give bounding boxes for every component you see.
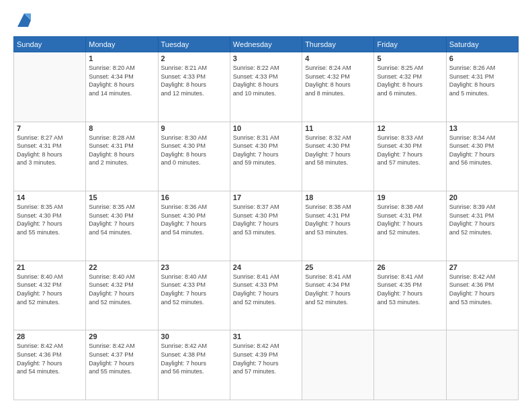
- day-info: Sunrise: 8:30 AMSunset: 4:30 PMDaylight:…: [161, 134, 227, 167]
- day-number: 31: [233, 332, 299, 340]
- day-info: Sunrise: 8:40 AMSunset: 4:32 PMDaylight:…: [89, 273, 154, 306]
- day-header-saturday: Saturday: [446, 37, 518, 52]
- day-info: Sunrise: 8:21 AMSunset: 4:33 PMDaylight:…: [161, 64, 227, 97]
- day-info: Sunrise: 8:27 AMSunset: 4:31 PMDaylight:…: [17, 134, 83, 167]
- day-info: Sunrise: 8:33 AMSunset: 4:30 PMDaylight:…: [377, 134, 443, 167]
- day-number: 21: [17, 263, 83, 271]
- logo: [13, 11, 34, 30]
- day-info: Sunrise: 8:38 AMSunset: 4:31 PMDaylight:…: [377, 203, 443, 236]
- week-row-3: 21Sunrise: 8:40 AMSunset: 4:32 PMDayligh…: [14, 261, 519, 330]
- day-info: Sunrise: 8:28 AMSunset: 4:31 PMDaylight:…: [89, 134, 154, 167]
- calendar-cell: 8Sunrise: 8:28 AMSunset: 4:31 PMDaylight…: [86, 122, 158, 191]
- day-number: 1: [89, 54, 154, 62]
- page: SundayMondayTuesdayWednesdayThursdayFrid…: [0, 0, 532, 411]
- calendar-cell: 14Sunrise: 8:35 AMSunset: 4:30 PMDayligh…: [14, 191, 86, 261]
- day-number: 4: [305, 54, 371, 62]
- calendar-cell: 30Sunrise: 8:42 AMSunset: 4:38 PMDayligh…: [158, 330, 230, 400]
- day-number: 25: [305, 263, 371, 271]
- day-header-monday: Monday: [86, 37, 158, 52]
- calendar-cell: 10Sunrise: 8:31 AMSunset: 4:30 PMDayligh…: [230, 122, 302, 191]
- day-info: Sunrise: 8:32 AMSunset: 4:30 PMDaylight:…: [305, 134, 371, 167]
- day-info: Sunrise: 8:20 AMSunset: 4:34 PMDaylight:…: [89, 64, 154, 97]
- day-number: 20: [449, 193, 515, 201]
- day-info: Sunrise: 8:26 AMSunset: 4:31 PMDaylight:…: [449, 64, 515, 97]
- day-number: 7: [17, 124, 83, 132]
- day-number: 12: [377, 124, 443, 132]
- calendar-cell: 11Sunrise: 8:32 AMSunset: 4:30 PMDayligh…: [302, 122, 374, 191]
- calendar-cell: 1Sunrise: 8:20 AMSunset: 4:34 PMDaylight…: [86, 52, 158, 122]
- calendar-cell: 16Sunrise: 8:36 AMSunset: 4:30 PMDayligh…: [158, 191, 230, 261]
- calendar-cell: 15Sunrise: 8:35 AMSunset: 4:30 PMDayligh…: [86, 191, 158, 261]
- day-info: Sunrise: 8:41 AMSunset: 4:34 PMDaylight:…: [305, 273, 371, 306]
- day-info: Sunrise: 8:38 AMSunset: 4:31 PMDaylight:…: [305, 203, 371, 236]
- day-info: Sunrise: 8:42 AMSunset: 4:38 PMDaylight:…: [161, 342, 227, 375]
- day-number: 14: [17, 193, 83, 201]
- day-info: Sunrise: 8:22 AMSunset: 4:33 PMDaylight:…: [233, 64, 299, 97]
- header-row: SundayMondayTuesdayWednesdayThursdayFrid…: [14, 37, 519, 52]
- day-number: 27: [449, 263, 515, 271]
- day-info: Sunrise: 8:42 AMSunset: 4:36 PMDaylight:…: [17, 342, 83, 375]
- day-info: Sunrise: 8:24 AMSunset: 4:32 PMDaylight:…: [305, 64, 371, 97]
- calendar-cell: 6Sunrise: 8:26 AMSunset: 4:31 PMDaylight…: [446, 52, 518, 122]
- calendar-cell: 20Sunrise: 8:39 AMSunset: 4:31 PMDayligh…: [446, 191, 518, 261]
- day-info: Sunrise: 8:41 AMSunset: 4:33 PMDaylight:…: [233, 273, 299, 306]
- day-number: 16: [161, 193, 227, 201]
- week-row-1: 7Sunrise: 8:27 AMSunset: 4:31 PMDaylight…: [14, 122, 519, 191]
- week-row-2: 14Sunrise: 8:35 AMSunset: 4:30 PMDayligh…: [14, 191, 519, 261]
- calendar-cell: 22Sunrise: 8:40 AMSunset: 4:32 PMDayligh…: [86, 261, 158, 330]
- calendar-cell: 27Sunrise: 8:42 AMSunset: 4:36 PMDayligh…: [446, 261, 518, 330]
- day-number: 3: [233, 54, 299, 62]
- day-info: Sunrise: 8:42 AMSunset: 4:39 PMDaylight:…: [233, 342, 299, 375]
- calendar-cell: [374, 330, 446, 400]
- day-number: 11: [305, 124, 371, 132]
- day-number: 6: [449, 54, 515, 62]
- day-number: 8: [89, 124, 154, 132]
- day-info: Sunrise: 8:35 AMSunset: 4:30 PMDaylight:…: [17, 203, 83, 236]
- day-header-thursday: Thursday: [302, 37, 374, 52]
- day-info: Sunrise: 8:25 AMSunset: 4:32 PMDaylight:…: [377, 64, 443, 97]
- calendar: SundayMondayTuesdayWednesdayThursdayFrid…: [13, 36, 519, 400]
- calendar-cell: 17Sunrise: 8:37 AMSunset: 4:30 PMDayligh…: [230, 191, 302, 261]
- calendar-cell: 3Sunrise: 8:22 AMSunset: 4:33 PMDaylight…: [230, 52, 302, 122]
- day-info: Sunrise: 8:34 AMSunset: 4:30 PMDaylight:…: [449, 134, 515, 167]
- calendar-cell: 26Sunrise: 8:41 AMSunset: 4:35 PMDayligh…: [374, 261, 446, 330]
- day-number: 2: [161, 54, 227, 62]
- calendar-cell: [302, 330, 374, 400]
- day-number: 23: [161, 263, 227, 271]
- calendar-cell: 18Sunrise: 8:38 AMSunset: 4:31 PMDayligh…: [302, 191, 374, 261]
- week-row-4: 28Sunrise: 8:42 AMSunset: 4:36 PMDayligh…: [14, 330, 519, 400]
- day-number: 29: [89, 332, 154, 340]
- calendar-cell: 21Sunrise: 8:40 AMSunset: 4:32 PMDayligh…: [14, 261, 86, 330]
- day-info: Sunrise: 8:42 AMSunset: 4:37 PMDaylight:…: [89, 342, 154, 375]
- day-info: Sunrise: 8:42 AMSunset: 4:36 PMDaylight:…: [449, 273, 515, 306]
- day-info: Sunrise: 8:40 AMSunset: 4:32 PMDaylight:…: [17, 273, 83, 306]
- day-number: 18: [305, 193, 371, 201]
- calendar-cell: 7Sunrise: 8:27 AMSunset: 4:31 PMDaylight…: [14, 122, 86, 191]
- calendar-cell: 25Sunrise: 8:41 AMSunset: 4:34 PMDayligh…: [302, 261, 374, 330]
- calendar-cell: 31Sunrise: 8:42 AMSunset: 4:39 PMDayligh…: [230, 330, 302, 400]
- day-number: 22: [89, 263, 154, 271]
- day-number: 30: [161, 332, 227, 340]
- calendar-cell: 24Sunrise: 8:41 AMSunset: 4:33 PMDayligh…: [230, 261, 302, 330]
- calendar-cell: 12Sunrise: 8:33 AMSunset: 4:30 PMDayligh…: [374, 122, 446, 191]
- day-info: Sunrise: 8:41 AMSunset: 4:35 PMDaylight:…: [377, 273, 443, 306]
- calendar-cell: 13Sunrise: 8:34 AMSunset: 4:30 PMDayligh…: [446, 122, 518, 191]
- calendar-cell: 29Sunrise: 8:42 AMSunset: 4:37 PMDayligh…: [86, 330, 158, 400]
- calendar-cell: 9Sunrise: 8:30 AMSunset: 4:30 PMDaylight…: [158, 122, 230, 191]
- day-header-wednesday: Wednesday: [230, 37, 302, 52]
- calendar-cell: 5Sunrise: 8:25 AMSunset: 4:32 PMDaylight…: [374, 52, 446, 122]
- day-number: 15: [89, 193, 154, 201]
- header: [13, 11, 519, 30]
- week-row-0: 1Sunrise: 8:20 AMSunset: 4:34 PMDaylight…: [14, 52, 519, 122]
- day-number: 9: [161, 124, 227, 132]
- day-number: 26: [377, 263, 443, 271]
- day-info: Sunrise: 8:40 AMSunset: 4:33 PMDaylight:…: [161, 273, 227, 306]
- day-header-sunday: Sunday: [14, 37, 86, 52]
- day-info: Sunrise: 8:35 AMSunset: 4:30 PMDaylight:…: [89, 203, 154, 236]
- day-info: Sunrise: 8:31 AMSunset: 4:30 PMDaylight:…: [233, 134, 299, 167]
- day-header-friday: Friday: [374, 37, 446, 52]
- calendar-cell: [446, 330, 518, 400]
- day-number: 24: [233, 263, 299, 271]
- calendar-cell: 4Sunrise: 8:24 AMSunset: 4:32 PMDaylight…: [302, 52, 374, 122]
- calendar-cell: 19Sunrise: 8:38 AMSunset: 4:31 PMDayligh…: [374, 191, 446, 261]
